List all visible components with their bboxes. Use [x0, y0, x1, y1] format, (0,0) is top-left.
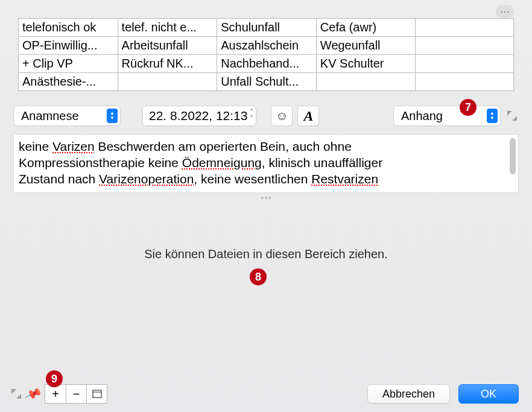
template-grid: telefonisch ok telef. nicht e... Schulun… — [18, 18, 514, 91]
grid-cell[interactable] — [416, 19, 514, 37]
note-textarea[interactable]: keine Varizen Beschwerden am operierten … — [13, 134, 519, 193]
note-text: Ödemneigung — [182, 156, 262, 170]
font-button[interactable]: A — [297, 106, 319, 126]
grid-cell[interactable] — [416, 73, 514, 91]
grid-cell[interactable]: Wegeunfall — [316, 37, 415, 55]
collapse-icon[interactable] — [8, 386, 24, 402]
note-text: , klinisch unauffälliger — [262, 156, 382, 170]
datetime-value: 22. 8.2022, 12:13 — [149, 109, 247, 123]
ok-button[interactable]: OK — [458, 384, 519, 404]
note-text: Zustand nach — [19, 172, 99, 186]
grid-cell[interactable]: telef. nicht e... — [118, 19, 217, 37]
expand-icon[interactable] — [505, 109, 519, 122]
category-select[interactable]: Anamnese ▲▼ — [13, 106, 121, 126]
note-text: Kompressionstherapie keine — [19, 156, 182, 170]
grid-cell[interactable]: Arbeitsunfall — [118, 37, 217, 55]
grid-cell[interactable] — [416, 55, 514, 73]
note-text: keine — [19, 139, 52, 153]
note-text: Varizen — [52, 139, 95, 153]
font-icon: A — [303, 108, 313, 124]
annotation-badge: 7 — [460, 99, 477, 116]
emoji-button[interactable]: ☺ — [271, 106, 293, 126]
note-text: , keine wesentlichen — [194, 172, 311, 186]
note-text: Varizenoperation — [99, 172, 194, 186]
grid-cell[interactable] — [118, 73, 217, 91]
remove-button[interactable]: − — [66, 385, 86, 403]
dropzone-hint: Sie können Dateien in diesen Bereich zie… — [144, 247, 388, 261]
grid-cell[interactable] — [416, 37, 514, 55]
annotation-badge: 8 — [250, 268, 267, 285]
datetime-stepper[interactable]: ˄ ˅ — [250, 109, 253, 122]
note-text: Beschwerden am operierten Bein, auch ohn… — [95, 139, 352, 153]
grid-cell[interactable]: Auszahlschein — [217, 37, 317, 55]
category-label: Anamnese — [21, 109, 102, 123]
smiley-icon: ☺ — [276, 109, 288, 123]
svg-rect-0 — [93, 390, 101, 398]
entry-toolbar: Anamnese ▲▼ 22. 8.2022, 12:13 ˄ ˅ ☺ A An… — [13, 106, 519, 126]
datetime-field[interactable]: 22. 8.2022, 12:13 ˄ ˅ — [142, 106, 256, 126]
chevron-updown-icon: ▲▼ — [487, 109, 498, 123]
attachment-select[interactable]: Anhang ▲▼ — [393, 106, 501, 126]
grid-cell[interactable]: OP-Einwillig... — [19, 37, 118, 55]
grid-cell[interactable]: Anästhesie-... — [19, 73, 118, 91]
more-button[interactable]: ⋯ — [496, 5, 514, 18]
grid-cell[interactable]: + Clip VP — [19, 55, 118, 73]
chevron-down-icon: ˅ — [250, 116, 253, 122]
annotation-badge: 9 — [46, 370, 63, 387]
grid-cell[interactable]: Schulunfall — [217, 19, 317, 37]
grid-cell[interactable]: Unfall Schult... — [217, 73, 317, 91]
window-button[interactable] — [86, 385, 107, 403]
grid-cell[interactable]: KV Schulter — [316, 55, 415, 73]
footer-bar: 📌 + − Abbrechen OK — [8, 384, 519, 404]
file-dropzone[interactable]: Sie können Dateien in diesen Bereich zie… — [13, 217, 519, 362]
grid-cell[interactable]: Nachbehand... — [217, 55, 317, 73]
grid-cell[interactable] — [316, 73, 415, 91]
add-button[interactable]: + — [45, 385, 66, 403]
cancel-button[interactable]: Abbrechen — [367, 384, 450, 404]
scrollbar[interactable] — [510, 138, 516, 174]
splitter-handle[interactable] — [257, 197, 275, 199]
chevron-updown-icon: ▲▼ — [107, 109, 118, 123]
grid-cell[interactable]: Rückruf NK... — [118, 55, 217, 73]
note-text: Restvarizen — [311, 172, 378, 186]
pin-icon[interactable]: 📌 — [23, 384, 43, 404]
grid-cell[interactable]: Cefa (awr) — [316, 19, 415, 37]
grid-cell[interactable]: telefonisch ok — [19, 19, 118, 37]
